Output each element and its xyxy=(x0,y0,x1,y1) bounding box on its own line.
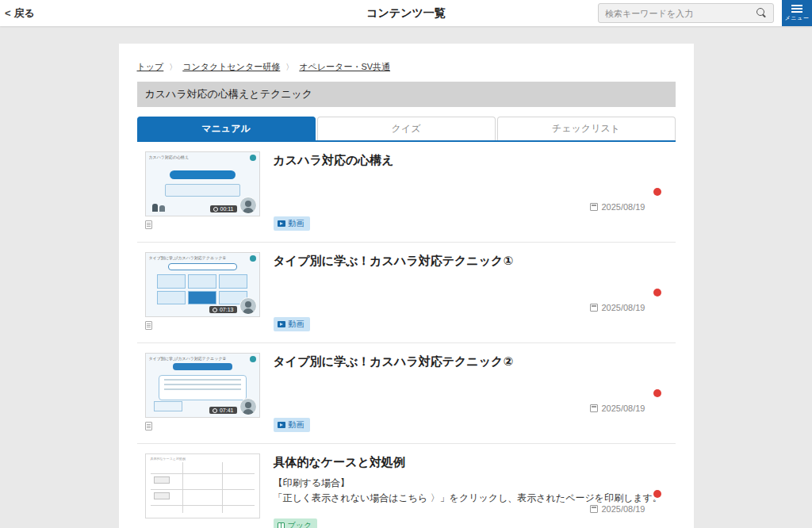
clock-icon xyxy=(213,207,218,212)
thumbnail-doc-title: 具体的なケースと対処例 xyxy=(151,457,186,461)
hamburger-icon xyxy=(791,5,802,13)
description-line: 「正しく表示されない場合はこちら 〉」をクリックし、表示されたページを印刷します… xyxy=(274,491,676,506)
back-chevron-icon: < xyxy=(5,7,11,19)
item-title[interactable]: タイプ別に学ぶ！カスハラ対応テクニック② xyxy=(274,354,676,369)
breadcrumb-link-training[interactable]: コンタクトセンター研修 xyxy=(182,61,280,73)
item-title[interactable]: カスハラ対応の心構え xyxy=(274,153,676,168)
doc-line-graphic xyxy=(151,489,255,490)
calendar-icon xyxy=(590,404,598,412)
badge-label: 動画 xyxy=(289,319,304,330)
thumbnail-column: タイプ別に学ぶ!カスハラ対応テクニック① 07:13 xyxy=(145,252,274,342)
doc-line-graphic xyxy=(182,462,183,513)
thumbnail-column: カスハラ対応の心構え 00:11 xyxy=(145,151,274,242)
clock-icon xyxy=(213,308,217,312)
tab-checklist[interactable]: チェックリスト xyxy=(497,117,676,140)
menu-label: メニュー xyxy=(785,14,810,22)
back-label: 戻る xyxy=(14,6,35,21)
video-badge: 動画 xyxy=(274,216,310,231)
thumbnail-logo-icon xyxy=(250,255,256,262)
unread-indicator xyxy=(653,289,661,297)
video-icon xyxy=(278,220,285,227)
slide-graphic xyxy=(173,363,232,370)
video-icon xyxy=(278,422,285,428)
calendar-icon xyxy=(590,304,598,312)
date-text: 2025/08/19 xyxy=(601,303,645,312)
item-date: 2025/08/19 xyxy=(590,404,645,413)
thumbnail-logo-icon xyxy=(250,356,256,362)
item-body: 具体的なケースと対処例 【印刷する場合】 「正しく表示されない場合はこちら 〉」… xyxy=(274,453,676,528)
document-icon xyxy=(145,422,152,430)
video-duration-badge: 00:11 xyxy=(210,205,237,212)
doc-cell-graphic xyxy=(154,476,170,484)
thumbnail-slide-title: タイプ別に学ぶ!カスハラ対応テクニック① xyxy=(149,255,247,260)
video-duration: 00:11 xyxy=(220,206,234,212)
clock-icon xyxy=(213,408,217,413)
slide-note-graphic xyxy=(154,401,182,411)
unread-indicator xyxy=(653,490,661,498)
item-date: 2025/08/19 xyxy=(590,303,645,312)
item-title[interactable]: タイプ別に学ぶ！カスハラ対応テクニック① xyxy=(274,254,676,269)
item-date: 2025/08/19 xyxy=(590,202,645,212)
video-duration-badge: 07:41 xyxy=(209,407,237,414)
thumbnail-logo-icon xyxy=(250,155,256,161)
badge-label: ブック xyxy=(288,520,312,528)
book-icon xyxy=(278,522,285,528)
slide-figures-graphic xyxy=(152,202,167,212)
breadcrumb: トップ 〉 コンタクトセンター研修 〉 オペレーター・SV共通 xyxy=(137,61,676,73)
badge-label: 動画 xyxy=(289,218,304,229)
search-icon[interactable] xyxy=(756,8,767,18)
slide-grid-graphic xyxy=(157,274,248,304)
back-button[interactable]: < 戻る xyxy=(5,0,35,26)
breadcrumb-link-common[interactable]: オペレーター・SV共通 xyxy=(299,61,390,73)
item-title[interactable]: 具体的なケースと対処例 xyxy=(274,455,676,470)
document-thumbnail[interactable]: 具体的なケースと対処例 xyxy=(145,453,260,518)
unread-indicator xyxy=(653,188,661,196)
video-duration-badge: 07:13 xyxy=(209,306,237,313)
list-item[interactable]: タイプ別に学ぶ!カスハラ対応テクニック① 07:13 タイプ別に学ぶ！カスハラ対… xyxy=(137,243,676,343)
list-item[interactable]: 具体的なケースと対処例 具体的なケースと対処例 【印刷する場合】 「正 xyxy=(137,444,676,528)
presenter-avatar xyxy=(239,398,257,415)
doc-cell-graphic xyxy=(154,492,170,499)
doc-line-graphic xyxy=(222,462,223,513)
presenter-avatar xyxy=(239,297,257,315)
calendar-icon xyxy=(590,505,598,513)
document-icon xyxy=(145,220,152,229)
section-title-bar: カスハラ対応の心構えとテクニック xyxy=(137,82,676,107)
video-icon xyxy=(278,321,285,327)
content-list: カスハラ対応の心構え 00:11 カスハラ対応の心構え xyxy=(137,142,676,528)
video-thumbnail[interactable]: カスハラ対応の心構え 00:11 xyxy=(145,151,260,216)
unread-indicator xyxy=(653,389,661,397)
search-input[interactable] xyxy=(605,9,756,18)
breadcrumb-link-top[interactable]: トップ xyxy=(137,61,164,73)
item-description: 【印刷する場合】 「正しく表示されない場合はこちら 〉」をクリックし、表示された… xyxy=(274,476,676,505)
item-body: タイプ別に学ぶ！カスハラ対応テクニック① 動画 xyxy=(274,252,676,342)
tab-quiz[interactable]: クイズ xyxy=(317,117,496,140)
slide-graphic xyxy=(168,263,237,270)
menu-button[interactable]: メニュー xyxy=(782,0,812,26)
date-text: 2025/08/19 xyxy=(601,504,645,514)
search-box xyxy=(598,3,774,23)
video-thumbnail[interactable]: タイプ別に学ぶ!カスハラ対応テクニック① 07:13 xyxy=(145,252,260,317)
thumbnail-column: 具体的なケースと対処例 xyxy=(145,453,274,528)
description-line: 【印刷する場合】 xyxy=(274,476,676,491)
list-item[interactable]: タイプ別に学ぶ!カスハラ対応テクニック② 07:41 タイプ xyxy=(137,343,676,444)
breadcrumb-separator-icon: 〉 xyxy=(169,62,177,73)
video-thumbnail[interactable]: タイプ別に学ぶ!カスハラ対応テクニック② 07:41 xyxy=(145,353,260,418)
doc-line-graphic xyxy=(151,473,255,474)
date-text: 2025/08/19 xyxy=(601,404,645,413)
thumbnail-column: タイプ別に学ぶ!カスハラ対応テクニック② 07:41 xyxy=(145,353,274,443)
video-badge: 動画 xyxy=(274,418,310,432)
video-badge: 動画 xyxy=(274,317,310,331)
list-item[interactable]: カスハラ対応の心構え 00:11 カスハラ対応の心構え xyxy=(137,142,676,243)
presenter-avatar xyxy=(239,197,257,214)
thumbnail-slide-title: カスハラ対応の心構え xyxy=(149,155,247,159)
badge-label: 動画 xyxy=(289,419,304,430)
doc-line-graphic xyxy=(151,505,255,506)
item-body: カスハラ対応の心構え 動画 xyxy=(274,151,676,242)
item-date: 2025/08/19 xyxy=(590,504,645,514)
tab-manual[interactable]: マニュアル xyxy=(137,117,316,140)
tab-bar: マニュアル クイズ チェックリスト xyxy=(137,117,676,142)
thumbnail-slide-title: タイプ別に学ぶ!カスハラ対応テクニック② xyxy=(149,356,247,361)
content-card: トップ 〉 コンタクトセンター研修 〉 オペレーター・SV共通 カスハラ対応の心… xyxy=(119,44,694,528)
video-duration: 07:41 xyxy=(220,407,234,413)
